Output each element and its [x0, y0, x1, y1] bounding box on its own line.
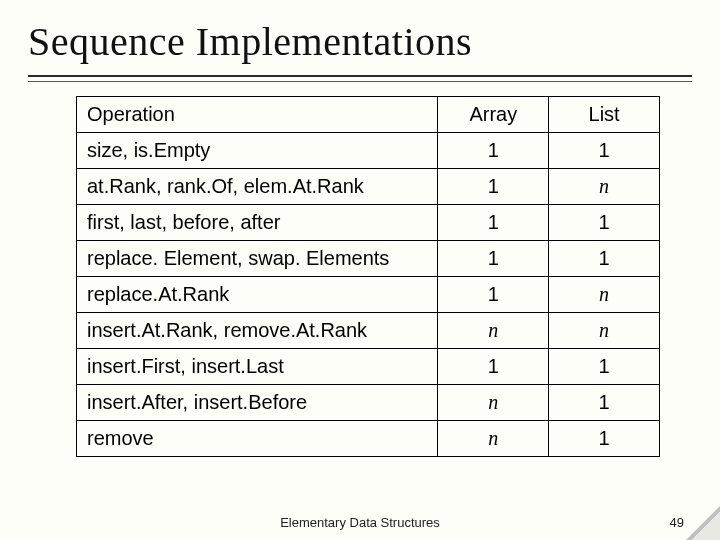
cell-array: 1 [438, 241, 549, 277]
cell-op: replace. Element, swap. Elements [77, 241, 438, 277]
cell-list: n [549, 169, 660, 205]
page-number: 49 [670, 515, 684, 530]
cell-array: 1 [438, 205, 549, 241]
cell-list: 1 [549, 385, 660, 421]
cell-array: n [438, 313, 549, 349]
cell-op: first, last, before, after [77, 205, 438, 241]
slide: Sequence Implementations Operation Array… [0, 0, 720, 540]
col-operation: Operation [77, 97, 438, 133]
cell-array: n [438, 421, 549, 457]
cell-op: insert.After, insert.Before [77, 385, 438, 421]
col-array: Array [438, 97, 549, 133]
cell-array: 1 [438, 133, 549, 169]
cell-list: 1 [549, 349, 660, 385]
title-underline [28, 75, 692, 82]
table-row: insert.First, insert.Last 1 1 [77, 349, 660, 385]
cell-op: size, is.Empty [77, 133, 438, 169]
cell-list: n [549, 313, 660, 349]
cell-array: n [438, 385, 549, 421]
cell-op: at.Rank, rank.Of, elem.At.Rank [77, 169, 438, 205]
table-row: insert.At.Rank, remove.At.Rank n n [77, 313, 660, 349]
table-row: at.Rank, rank.Of, elem.At.Rank 1 n [77, 169, 660, 205]
table-row: replace.At.Rank 1 n [77, 277, 660, 313]
table-row: first, last, before, after 1 1 [77, 205, 660, 241]
table-row: replace. Element, swap. Elements 1 1 [77, 241, 660, 277]
cell-array: 1 [438, 169, 549, 205]
cell-op: insert.At.Rank, remove.At.Rank [77, 313, 438, 349]
complexity-table: Operation Array List size, is.Empty 1 1 … [76, 96, 660, 457]
cell-list: 1 [549, 421, 660, 457]
slide-footer: Elementary Data Structures [0, 515, 720, 530]
cell-list: n [549, 277, 660, 313]
cell-op: remove [77, 421, 438, 457]
title-wrap: Sequence Implementations [0, 0, 720, 75]
table-row: insert.After, insert.Before n 1 [77, 385, 660, 421]
slide-title: Sequence Implementations [28, 18, 692, 65]
table-row: remove n 1 [77, 421, 660, 457]
cell-array: 1 [438, 277, 549, 313]
cell-list: 1 [549, 241, 660, 277]
cell-list: 1 [549, 205, 660, 241]
table-row: size, is.Empty 1 1 [77, 133, 660, 169]
table-header-row: Operation Array List [77, 97, 660, 133]
col-list: List [549, 97, 660, 133]
complexity-table-wrap: Operation Array List size, is.Empty 1 1 … [76, 96, 660, 457]
cell-op: replace.At.Rank [77, 277, 438, 313]
cell-array: 1 [438, 349, 549, 385]
cell-op: insert.First, insert.Last [77, 349, 438, 385]
cell-list: 1 [549, 133, 660, 169]
